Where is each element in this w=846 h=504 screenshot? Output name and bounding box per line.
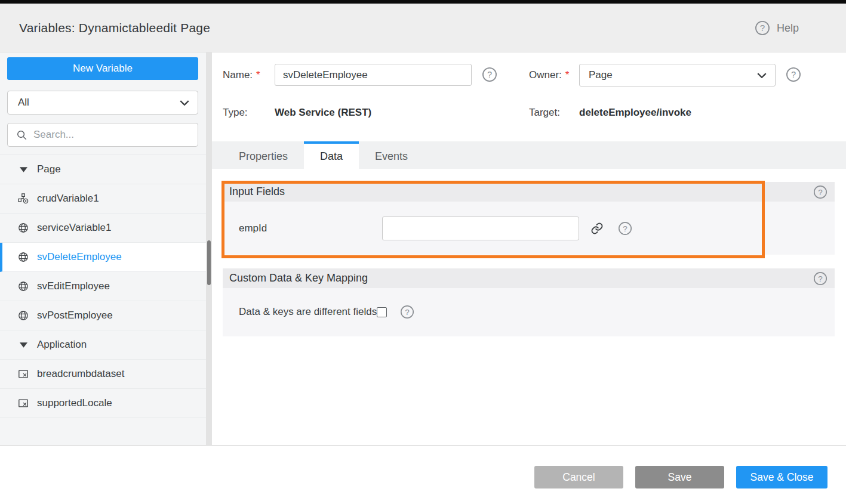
variables-dialog: Variables: Dynamictableedit Page ? Help … xyxy=(0,4,846,504)
model-variable-icon xyxy=(18,398,29,409)
bind-link-icon[interactable] xyxy=(590,222,604,235)
owner-label: Owner:* xyxy=(529,64,569,86)
sidebar-item-label: svDeleteEmployee xyxy=(37,251,122,263)
tab-properties[interactable]: Properties xyxy=(223,141,304,169)
svg-text:?: ? xyxy=(405,308,410,317)
sidebar-item-label: crudVariable1 xyxy=(37,193,99,205)
svg-text:?: ? xyxy=(791,70,796,79)
sidebar-item-svEditEmployee[interactable]: svEditEmployee xyxy=(0,272,206,301)
input-fields-title: Input Fields xyxy=(229,185,813,198)
web-service-icon xyxy=(18,252,29,262)
type-label: Type: xyxy=(223,104,248,122)
target-label: Target: xyxy=(529,104,560,122)
name-input[interactable] xyxy=(275,64,472,86)
variable-list: PagecrudVariable1serviceVariable1svDelet… xyxy=(0,154,206,418)
sidebar-item-crudVariable1[interactable]: crudVariable1 xyxy=(0,184,206,214)
different-fields-checkbox[interactable] xyxy=(377,307,387,317)
tab-bar: PropertiesDataEvents xyxy=(212,141,846,169)
dialog-body: New Variable All PagecrudVariable1servic… xyxy=(0,52,846,445)
sidebar-item-label: svEditEmployee xyxy=(37,280,110,292)
required-marker: * xyxy=(256,69,260,81)
input-fields-header: Input Fields ? xyxy=(223,182,835,202)
sidebar-item-breadcrumbdataset[interactable]: breadcrumbdataset xyxy=(0,360,206,389)
sidebar-group-Application[interactable]: Application xyxy=(0,330,206,360)
target-value: deleteEmployee/invoke xyxy=(579,104,691,122)
save-and-close-button[interactable]: Save & Close xyxy=(736,466,827,488)
web-service-icon xyxy=(18,310,29,321)
new-variable-button[interactable]: New Variable xyxy=(7,57,198,80)
svg-text:?: ? xyxy=(487,70,492,79)
sidebar-item-label: supportedLocale xyxy=(37,397,112,409)
dialog-header: Variables: Dynamictableedit Page ? Help xyxy=(0,4,846,52)
sidebar-scrollbar-thumb[interactable] xyxy=(207,240,211,285)
tab-events[interactable]: Events xyxy=(359,141,424,169)
svg-text:?: ? xyxy=(818,274,823,283)
search-input[interactable] xyxy=(33,129,192,141)
owner-selected-value: Page xyxy=(589,69,613,81)
save-button[interactable]: Save xyxy=(635,466,724,488)
different-fields-checkbox-label: Data & keys are different fields xyxy=(239,306,377,318)
input-field-row: empId? xyxy=(223,202,835,255)
input-fields-body: empId? xyxy=(223,202,835,255)
web-service-icon xyxy=(18,281,29,292)
variable-detail-panel: Name:* ? Owner:* Page ? Type: xyxy=(212,52,846,445)
help-circle-icon: ? xyxy=(755,20,770,36)
chevron-down-icon xyxy=(757,73,767,78)
sidebar-item-svDeleteEmployee[interactable]: svDeleteEmployee xyxy=(0,243,206,272)
custom-mapping-body: Data & keys are different fields ? xyxy=(223,288,835,336)
help-label: Help xyxy=(777,22,799,35)
svg-text:?: ? xyxy=(818,187,823,196)
sidebar: New Variable All PagecrudVariable1servic… xyxy=(0,52,212,445)
variable-filter-select[interactable]: All xyxy=(7,91,198,115)
sidebar-item-supportedLocale[interactable]: supportedLocale xyxy=(0,389,206,418)
different-fields-help-icon[interactable]: ? xyxy=(400,305,414,319)
owner-help-icon[interactable]: ? xyxy=(786,67,801,82)
filter-selected-value: All xyxy=(18,97,29,109)
dialog-footer: Cancel Save Save & Close xyxy=(0,445,846,504)
sidebar-item-svPostEmployee[interactable]: svPostEmployee xyxy=(0,301,206,330)
cancel-button[interactable]: Cancel xyxy=(534,466,623,488)
web-service-icon xyxy=(18,222,29,233)
page-title: Variables: Dynamictableedit Page xyxy=(19,4,210,52)
type-value: Web Service (REST) xyxy=(275,104,371,122)
svg-text:?: ? xyxy=(760,23,765,33)
search-box xyxy=(7,123,198,147)
sidebar-item-label: Application xyxy=(37,339,87,351)
help-circle-icon[interactable]: ? xyxy=(618,221,632,236)
sidebar-scrollbar-track[interactable] xyxy=(206,52,212,445)
tab-data[interactable]: Data xyxy=(304,141,359,169)
field-label: empId xyxy=(239,222,382,234)
custom-mapping-header: Custom Data & Key Mapping ? xyxy=(223,268,835,288)
empId-input[interactable] xyxy=(382,217,579,240)
caret-down-icon xyxy=(18,339,29,350)
sidebar-item-label: Page xyxy=(37,163,61,175)
caret-down-icon xyxy=(18,164,29,175)
custom-mapping-help-icon[interactable]: ? xyxy=(813,271,827,286)
name-label: Name:* xyxy=(223,64,260,86)
sidebar-item-label: breadcrumbdataset xyxy=(37,368,124,380)
svg-text:?: ? xyxy=(623,224,627,233)
owner-select[interactable]: Page xyxy=(579,64,776,86)
chevron-down-icon xyxy=(180,100,189,106)
input-fields-help-icon[interactable]: ? xyxy=(813,185,827,199)
sidebar-item-serviceVariable1[interactable]: serviceVariable1 xyxy=(0,214,206,243)
model-variable-icon xyxy=(18,369,29,379)
custom-mapping-section: Custom Data & Key Mapping ? Data & keys … xyxy=(223,268,835,336)
input-fields-section: Input Fields ? empId? xyxy=(223,182,835,255)
custom-mapping-title: Custom Data & Key Mapping xyxy=(229,272,813,285)
sidebar-group-Page[interactable]: Page xyxy=(0,155,206,184)
required-marker: * xyxy=(565,69,570,81)
search-icon xyxy=(16,129,27,141)
help-button[interactable]: ? Help xyxy=(755,4,799,52)
crud-icon xyxy=(18,193,29,204)
sidebar-item-label: serviceVariable1 xyxy=(37,222,111,234)
sidebar-item-label: svPostEmployee xyxy=(37,310,113,321)
name-help-icon[interactable]: ? xyxy=(482,67,497,82)
